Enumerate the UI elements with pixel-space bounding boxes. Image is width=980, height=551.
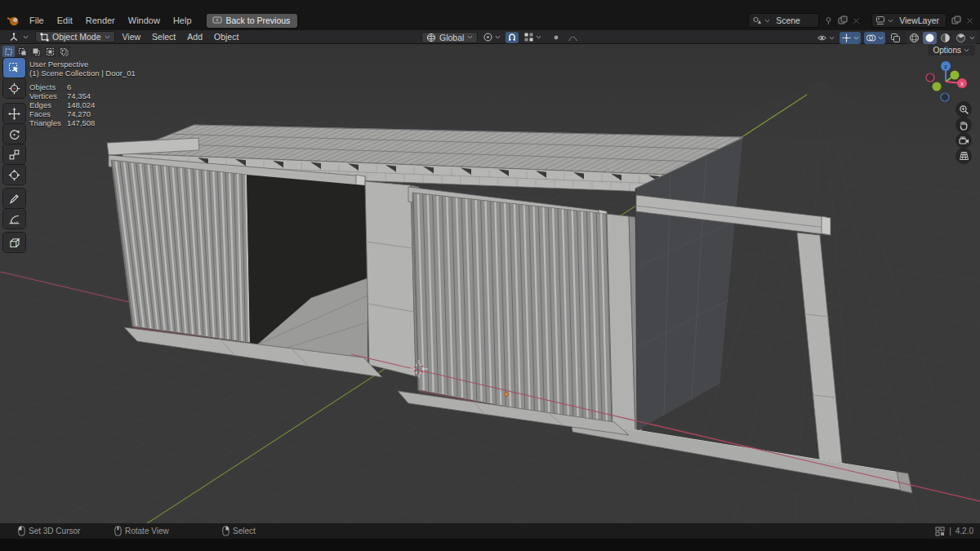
pin-icon[interactable] <box>824 16 833 25</box>
chevron-down-icon <box>495 35 501 39</box>
navigation-gizmo[interactable]: zx <box>924 59 970 108</box>
viewport-options-button[interactable]: Options <box>928 45 975 56</box>
select-mode-intersect-icon <box>60 47 69 56</box>
chevron-down-icon <box>969 36 975 40</box>
overlays-icon <box>866 33 876 43</box>
tool-add-cube-button[interactable] <box>3 233 25 252</box>
tool-move-button[interactable] <box>3 104 25 123</box>
snap-toggle[interactable] <box>506 32 519 43</box>
orientation-label: Global <box>439 33 464 42</box>
chevron-down-icon <box>878 36 884 40</box>
shading-solid-button[interactable] <box>923 32 937 44</box>
tool-annotate-button[interactable] <box>3 189 25 208</box>
chevron-down-icon <box>964 48 969 52</box>
proportional-falloff-dropdown[interactable] <box>566 32 580 42</box>
extensions-icon[interactable] <box>935 527 945 536</box>
menu-file[interactable]: File <box>23 14 51 27</box>
select-mode-set-button[interactable] <box>2 46 15 57</box>
proportional-editing-toggle[interactable] <box>550 32 563 43</box>
stat-value: 6 <box>67 82 71 91</box>
stat-label: Edges <box>29 100 67 109</box>
snap-with-dropdown[interactable] <box>522 31 543 43</box>
gizmo-icon <box>841 33 852 43</box>
select-mode-extend-button[interactable] <box>16 46 29 57</box>
select-mode-subtract-button[interactable] <box>30 46 42 57</box>
stat-row-edges: Edges148,024 <box>29 100 136 109</box>
measure-icon <box>8 213 20 225</box>
transform-orientation-dropdown[interactable]: Global <box>421 32 478 43</box>
pivot-point-dropdown[interactable] <box>481 31 502 43</box>
editor-type-button[interactable] <box>3 31 33 42</box>
object-type-visibility-dropdown[interactable] <box>815 33 836 43</box>
toggle-xray-button[interactable] <box>889 32 902 44</box>
scene-name[interactable]: Scene <box>773 16 815 25</box>
proportional-editing-icon <box>551 33 561 42</box>
tool-measure-button[interactable] <box>3 209 25 229</box>
chevron-down-icon <box>536 35 541 39</box>
viewport-3d-scene[interactable] <box>0 44 980 523</box>
select-mode-extend-icon <box>18 47 27 56</box>
back-to-previous-button[interactable]: Back to Previous <box>207 14 298 28</box>
topbar: FileEditRenderWindowHelp Back to Previou… <box>0 0 980 30</box>
menu-window[interactable]: Window <box>122 14 167 27</box>
tool-rotate-button[interactable] <box>3 124 25 144</box>
select-box-icon <box>8 62 20 74</box>
menu-edit[interactable]: Edit <box>51 14 79 27</box>
mode-label: Object Mode <box>52 32 101 42</box>
zoom-button[interactable] <box>956 101 972 118</box>
svg-text:x: x <box>960 81 964 87</box>
screen-icon <box>212 16 222 24</box>
view-layer-name[interactable]: ViewLayer <box>896 16 942 25</box>
shading-rendered-button[interactable] <box>954 32 968 44</box>
menu-render[interactable]: Render <box>79 14 122 27</box>
hand-icon <box>959 120 969 131</box>
select-mode-intersect-button[interactable] <box>58 46 70 57</box>
tool-select-box-button[interactable] <box>3 58 25 78</box>
menu-help[interactable]: Help <box>167 14 198 27</box>
scene-selector[interactable]: Scene <box>748 13 819 28</box>
select-mode-set-icon <box>4 47 13 56</box>
stat-label: Triangles <box>29 118 67 127</box>
magnet-icon <box>507 33 517 42</box>
show-overlays-toggle[interactable] <box>864 32 885 44</box>
blender-window: FileEditRenderWindowHelp Back to Previou… <box>0 0 980 551</box>
tool-transform-button[interactable] <box>3 165 25 184</box>
tool-cursor-button[interactable] <box>3 78 25 98</box>
pan-button[interactable] <box>956 117 972 133</box>
version-label: 4.2.0 <box>956 527 973 535</box>
camera-view-button[interactable] <box>956 132 972 149</box>
select-mode-options <box>2 46 70 57</box>
mode-dropdown[interactable]: Object Mode <box>35 31 115 42</box>
shading-material-button[interactable] <box>938 32 952 44</box>
statusbar-hint: Select <box>222 523 256 539</box>
shading-wireframe-button[interactable] <box>907 32 921 44</box>
xray-icon <box>890 33 901 43</box>
close-icon[interactable] <box>966 17 973 24</box>
new-layer-icon[interactable] <box>951 16 961 25</box>
select-mode-invert-button[interactable] <box>44 46 56 57</box>
move-icon <box>8 108 20 120</box>
blender-logo-icon[interactable] <box>7 14 20 27</box>
viewport-3d[interactable]: User Perspective (1) Scene Collection | … <box>0 44 980 523</box>
view-layer-selector[interactable]: ViewLayer <box>871 13 947 28</box>
show-gizmo-toggle[interactable] <box>840 32 861 44</box>
annotate-icon <box>8 193 20 205</box>
shading-mode-group <box>906 31 977 45</box>
rotate-icon <box>8 128 20 140</box>
statusbar-hint: Rotate View <box>114 523 169 539</box>
camera-icon <box>959 136 969 145</box>
add-cube-icon <box>8 237 20 249</box>
stat-value: 74,270 <box>67 109 91 118</box>
viewport-header: Object Mode ViewSelectAddObject Global <box>0 30 980 44</box>
viewport-menu-add[interactable]: Add <box>181 32 208 42</box>
rendered-icon <box>956 33 966 43</box>
viewport-menu-view[interactable]: View <box>117 32 147 42</box>
close-icon[interactable] <box>853 17 860 24</box>
viewport-menu-select[interactable]: Select <box>146 32 181 42</box>
new-scene-icon[interactable] <box>838 16 848 25</box>
perspective-toggle-button[interactable] <box>956 148 972 164</box>
wireframe-icon <box>909 33 920 43</box>
tool-scale-button[interactable] <box>3 144 25 164</box>
viewport-stats-overlay: User Perspective (1) Scene Collection | … <box>29 60 136 127</box>
viewport-menu-object[interactable]: Object <box>208 32 244 42</box>
